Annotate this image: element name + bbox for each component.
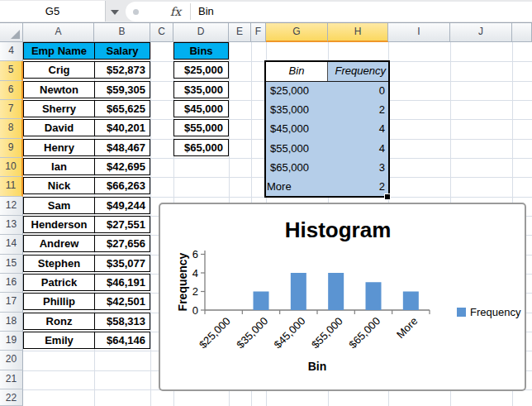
row-header-20[interactable]: 20 xyxy=(0,351,23,370)
column-header-B[interactable]: B xyxy=(94,23,150,42)
cell-bin-value[interactable]: More xyxy=(266,177,328,196)
row-header-17[interactable]: 17 xyxy=(0,293,23,312)
cell-frequency-header[interactable]: Frequency xyxy=(328,61,388,80)
y-tick-label[interactable]: 2 xyxy=(192,285,198,298)
cell-emp-name[interactable]: Patrick xyxy=(23,274,95,291)
formula-input[interactable]: Bin xyxy=(198,2,214,21)
cell-bin-value[interactable]: $35,000 xyxy=(266,100,328,119)
legend-swatch-icon[interactable] xyxy=(457,308,466,317)
formula-bar-splitter-dot[interactable] xyxy=(133,9,139,15)
cell-bin-value[interactable]: $55,000 xyxy=(173,119,229,136)
row-header-21[interactable]: 21 xyxy=(0,370,23,389)
cell-bin-header[interactable]: Bin xyxy=(266,61,328,80)
bar-$55,000[interactable] xyxy=(328,273,344,310)
cell-bin-value[interactable]: $65,000 xyxy=(266,158,328,177)
cell-salary[interactable]: $52,873 xyxy=(94,61,150,79)
cell-emp-name-header[interactable]: Emp Name xyxy=(23,42,95,60)
cell-salary[interactable]: $40,201 xyxy=(94,119,150,136)
cell-bin-value[interactable]: $65,000 xyxy=(173,139,229,156)
cell-bins-header[interactable]: Bins xyxy=(173,42,229,60)
row-header-22[interactable]: 22 xyxy=(0,389,23,406)
cell-frequency-value[interactable]: 2 xyxy=(328,100,388,119)
column-header-H[interactable]: H xyxy=(328,23,388,42)
cell-emp-name[interactable]: Andrew xyxy=(23,235,95,252)
column-header-I[interactable]: I xyxy=(388,23,450,42)
insert-function-icon[interactable]: fx xyxy=(170,2,181,21)
column-header-D[interactable]: D xyxy=(173,23,229,42)
row-header-8[interactable]: 8 xyxy=(0,119,23,138)
cell-salary[interactable]: $64,146 xyxy=(94,332,150,349)
cell-emp-name[interactable]: Ronz xyxy=(23,313,95,330)
cell-frequency-value[interactable]: 4 xyxy=(328,119,388,138)
x-category-label[interactable]: $25,000 xyxy=(197,315,233,351)
cell-emp-name[interactable]: Sherry xyxy=(23,100,95,117)
row-header-4[interactable]: 4 xyxy=(0,42,23,61)
row-header-6[interactable]: 6 xyxy=(0,81,23,100)
row-header-7[interactable]: 7 xyxy=(0,100,23,119)
cell-frequency-value[interactable]: 4 xyxy=(328,139,388,158)
cell-bin-value[interactable]: $25,000 xyxy=(173,61,229,79)
column-header-C[interactable]: C xyxy=(150,23,173,42)
column-header-G[interactable]: G xyxy=(266,23,328,42)
cell-salary[interactable]: $66,263 xyxy=(94,177,150,194)
y-tick-label[interactable]: 0 xyxy=(192,304,198,317)
cell-salary[interactable]: $65,625 xyxy=(94,100,150,117)
bar-$35,000[interactable] xyxy=(254,292,269,311)
column-header-F[interactable]: F xyxy=(251,23,266,42)
y-tick-label[interactable]: 6 xyxy=(192,248,198,260)
selection-fill-handle[interactable] xyxy=(384,193,391,200)
cell-bin-value[interactable]: $45,000 xyxy=(266,119,328,138)
cell-salary[interactable]: $27,551 xyxy=(94,216,150,233)
cell-emp-name[interactable]: Nick xyxy=(23,177,95,194)
cell-bin-value[interactable]: $45,000 xyxy=(173,100,229,117)
name-box-dropdown-icon[interactable] xyxy=(111,10,119,15)
row-header-15[interactable]: 15 xyxy=(0,255,23,274)
row-header-11[interactable]: 11 xyxy=(0,177,23,196)
select-all-button[interactable] xyxy=(0,23,23,42)
cell-emp-name[interactable]: David xyxy=(23,119,95,136)
y-tick-label[interactable]: 4 xyxy=(192,267,198,279)
column-header-A[interactable]: A xyxy=(23,23,94,42)
x-category-label[interactable]: $65,000 xyxy=(346,315,382,351)
row-header-5[interactable]: 5 xyxy=(0,61,23,80)
row-header-19[interactable]: 19 xyxy=(0,332,23,351)
cell-salary[interactable]: $42,695 xyxy=(94,158,150,175)
cell-salary[interactable]: $42,501 xyxy=(94,293,150,310)
cell-emp-name[interactable]: Crig xyxy=(23,61,95,79)
bar-More[interactable] xyxy=(403,292,419,311)
cell-salary-header[interactable]: Salary xyxy=(94,42,150,60)
column-header-J[interactable]: J xyxy=(450,23,512,42)
row-header-18[interactable]: 18 xyxy=(0,313,23,332)
frequency-output-table[interactable]: BinFrequency$25,0000$35,0002$45,0004$55,… xyxy=(266,61,388,196)
cell-emp-name[interactable]: Henry xyxy=(23,139,95,156)
x-axis-title[interactable]: Bin xyxy=(308,360,327,373)
cell-bin-value[interactable]: $25,000 xyxy=(266,81,328,100)
cell-salary[interactable]: $27,656 xyxy=(94,235,150,252)
row-header-13[interactable]: 13 xyxy=(0,216,23,235)
row-header-14[interactable]: 14 xyxy=(0,235,23,254)
x-category-label[interactable]: $55,000 xyxy=(309,315,345,351)
cell-emp-name[interactable]: Ian xyxy=(23,158,95,175)
bar-$45,000[interactable] xyxy=(291,273,306,310)
bar-$65,000[interactable] xyxy=(366,282,382,310)
row-header-10[interactable]: 10 xyxy=(0,158,23,177)
cell-bin-value[interactable]: $55,000 xyxy=(266,139,328,158)
cell-frequency-value[interactable]: 3 xyxy=(328,158,388,177)
x-category-label[interactable]: $45,000 xyxy=(272,315,308,351)
name-box[interactable]: G5 xyxy=(0,1,106,21)
legend-label[interactable]: Frequency xyxy=(470,306,521,318)
cell-salary[interactable]: $58,313 xyxy=(94,313,150,330)
row-header-9[interactable]: 9 xyxy=(0,139,23,158)
histogram-chart[interactable]: Histogram0246$25,000$35,000$45,000$55,00… xyxy=(159,203,526,391)
chart-title[interactable]: Histogram xyxy=(285,217,392,242)
cell-salary[interactable]: $48,467 xyxy=(94,139,150,156)
cell-emp-name[interactable]: Henderson xyxy=(23,216,95,233)
cell-emp-name[interactable]: Phillip xyxy=(23,293,95,310)
row-header-12[interactable]: 12 xyxy=(0,197,23,216)
cell-salary[interactable]: $59,305 xyxy=(94,81,150,98)
y-axis-title[interactable]: Frequency xyxy=(176,252,189,311)
cell-salary[interactable]: $35,077 xyxy=(94,255,150,272)
row-header-16[interactable]: 16 xyxy=(0,274,23,293)
cell-salary[interactable]: $49,244 xyxy=(94,197,150,214)
cell-emp-name[interactable]: Stephen xyxy=(23,255,95,272)
